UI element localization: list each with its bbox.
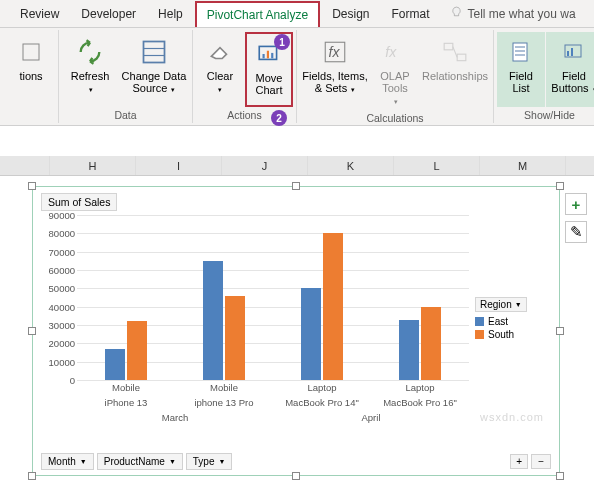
y-axis: 0100002000030000400005000060000700008000…: [39, 215, 75, 380]
col-header-h[interactable]: H: [50, 156, 136, 175]
col-header-m[interactable]: M: [480, 156, 566, 175]
pivot-chart[interactable]: + ✎ Sum of Sales 01000020000300004000050…: [32, 186, 560, 476]
svg-rect-0: [23, 44, 39, 60]
x-cat: MacBook Pro 14": [273, 395, 371, 410]
legend-label: East: [488, 316, 508, 327]
olap-icon: fx: [379, 36, 411, 68]
tab-format[interactable]: Format: [382, 2, 440, 26]
filter-type-button[interactable]: Type ▼: [186, 453, 233, 470]
bar-south[interactable]: [225, 296, 245, 380]
relationships-label: Relationships: [422, 70, 488, 82]
tab-design[interactable]: Design: [322, 2, 379, 26]
callout-badge-1: 1: [274, 34, 290, 50]
bar-south[interactable]: [421, 307, 441, 380]
col-header-i[interactable]: I: [136, 156, 222, 175]
clear-button[interactable]: Clear▾: [196, 32, 244, 107]
y-tick: 90000: [39, 210, 75, 221]
swatch-icon: [475, 317, 484, 326]
svg-rect-11: [444, 43, 453, 50]
group-partial-label: [30, 107, 33, 121]
group-calculations: fx Fields, Items, & Sets ▾ fx OLAP Tools…: [297, 30, 494, 123]
legend-label: South: [488, 329, 514, 340]
swatch-icon: [475, 330, 484, 339]
x-cat: April: [273, 410, 469, 425]
col-header[interactable]: [0, 156, 50, 175]
svg-rect-7: [271, 53, 273, 58]
group-showhide-label: Show/Hide: [524, 107, 575, 121]
expand-button[interactable]: +: [510, 454, 528, 469]
chart-title[interactable]: Sum of Sales: [41, 193, 117, 211]
tab-pivotchart-analyze[interactable]: PivotChart Analyze: [195, 1, 320, 27]
bar-east[interactable]: [399, 320, 419, 381]
change-data-label: Change Data Source ▾: [121, 70, 187, 94]
bar-south[interactable]: [127, 321, 147, 380]
relationships-icon: [439, 36, 471, 68]
partial-button[interactable]: tions: [7, 32, 55, 107]
partial-label: tions: [19, 70, 42, 82]
refresh-button[interactable]: Refresh▾: [62, 32, 118, 107]
group-actions: 1 Clear▾ Move Chart Actions 2: [193, 30, 297, 123]
filter-productname-button[interactable]: ProductName ▼: [97, 453, 183, 470]
y-tick: 10000: [39, 356, 75, 367]
filter-month-button[interactable]: Month ▼: [41, 453, 94, 470]
fields-items-label: Fields, Items, & Sets ▾: [302, 70, 368, 94]
y-tick: 30000: [39, 320, 75, 331]
tell-me-search[interactable]: Tell me what you wa: [450, 6, 576, 22]
bar-group: [175, 215, 273, 380]
y-tick: 0: [39, 375, 75, 386]
eraser-icon: [204, 36, 236, 68]
ribbon-tabs: Review Developer Help PivotChart Analyze…: [0, 0, 594, 28]
svg-rect-6: [267, 51, 269, 59]
field-list-label: Field List: [499, 70, 543, 94]
plot-area[interactable]: 0100002000030000400005000060000700008000…: [77, 215, 469, 380]
chart-filter-buttons: Month ▼ ProductName ▼ Type ▼ + −: [41, 453, 551, 470]
y-tick: 20000: [39, 338, 75, 349]
y-tick: 80000: [39, 228, 75, 239]
callout-badge-2: 2: [271, 110, 287, 126]
tab-developer[interactable]: Developer: [71, 2, 146, 26]
x-level-3: March April: [77, 410, 469, 425]
legend-item-east[interactable]: East: [475, 315, 553, 328]
bar-east[interactable]: [203, 261, 223, 380]
col-header-l[interactable]: L: [394, 156, 480, 175]
bar-east[interactable]: [301, 288, 321, 380]
tab-help[interactable]: Help: [148, 2, 193, 26]
clear-label: Clear▾: [207, 70, 233, 94]
fields-items-sets-button[interactable]: fx Fields, Items, & Sets ▾: [300, 32, 370, 110]
svg-rect-5: [263, 54, 265, 58]
tab-review[interactable]: Review: [10, 2, 69, 26]
legend-field-button[interactable]: Region ▼: [475, 297, 527, 312]
group-data: Refresh▾ Change Data Source ▾ Data: [59, 30, 193, 123]
legend-item-south[interactable]: South: [475, 328, 553, 341]
column-headers: H I J K L M: [0, 156, 594, 176]
chart-legend[interactable]: Region ▼ East South: [475, 297, 553, 341]
svg-rect-14: [513, 43, 527, 61]
group-partial: tions: [4, 30, 59, 123]
x-cat: MacBook Pro 16": [371, 395, 469, 410]
y-tick: 40000: [39, 301, 75, 312]
collapse-button[interactable]: −: [531, 454, 551, 469]
bar-south[interactable]: [323, 233, 343, 380]
chart-add-element-button[interactable]: +: [565, 193, 587, 215]
formula-icon: fx: [319, 36, 351, 68]
ribbon-body: tions Refresh▾ Change Data Source ▾ Data…: [0, 28, 594, 126]
chart-style-brush-button[interactable]: ✎: [565, 221, 587, 243]
col-header-k[interactable]: K: [308, 156, 394, 175]
svg-text:fx: fx: [385, 44, 397, 60]
y-tick: 50000: [39, 283, 75, 294]
svg-rect-19: [567, 51, 569, 56]
change-data-source-button[interactable]: Change Data Source ▾: [119, 32, 189, 107]
move-chart-label: Move Chart: [249, 72, 289, 96]
data-source-icon: [138, 36, 170, 68]
svg-rect-20: [571, 48, 573, 56]
field-list-button[interactable]: Field List: [497, 32, 545, 107]
group-actions-label: Actions: [227, 107, 261, 121]
x-cat: Mobile: [175, 380, 273, 395]
olap-label: OLAP Tools▾: [373, 70, 417, 106]
x-cat: Laptop: [273, 380, 371, 395]
bar-group: [77, 215, 175, 380]
field-buttons-button[interactable]: Field Buttons ▾: [546, 32, 594, 107]
col-header-j[interactable]: J: [222, 156, 308, 175]
bar-east[interactable]: [105, 349, 125, 380]
y-tick: 60000: [39, 265, 75, 276]
